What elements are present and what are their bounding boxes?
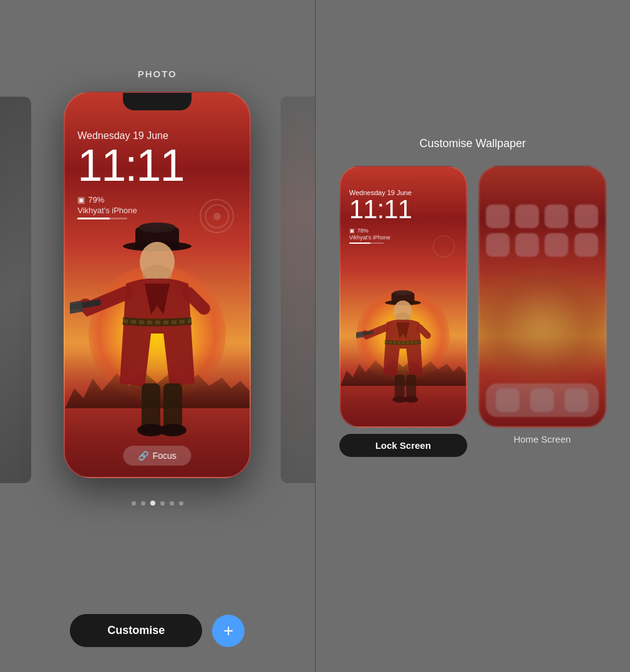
add-button[interactable]: + [212,615,245,647]
focus-label: Focus [153,451,177,461]
lock-screen-label-button[interactable]: Lock Screen [339,434,467,457]
phone-time: 11:11 [77,143,237,188]
lock-screen-card: Wednesday 19 June 11:11 ▣ 78% Vikhyat's … [339,166,467,457]
right-panel: Customise Wallpaper Wednesday 19 June 11… [316,0,631,672]
battery-percent: 79% [88,195,104,204]
customise-wallpaper-title: Customise Wallpaper [420,137,526,150]
plus-icon: + [223,621,233,641]
dock-icon-3 [565,388,588,412]
svg-point-10 [159,424,187,436]
dot-5[interactable] [170,501,174,506]
wallpaper-options: Wednesday 19 June 11:11 ▣ 78% Vikhyat's … [339,166,606,457]
phone-date: Wednesday 19 June [77,130,237,142]
lock-mini-battery-bar [349,242,384,244]
dot-2[interactable] [141,501,145,506]
lock-mini-time: 11:11 [349,196,457,223]
dock-icon-2 [530,388,554,412]
customise-button[interactable]: Customise [70,614,202,647]
left-side-preview [0,97,31,483]
svg-point-13 [393,290,413,295]
pagination-dots [132,489,183,506]
dock-icon-1 [496,388,520,412]
app-icon-1 [486,204,510,228]
right-side-preview [281,97,315,483]
focus-button[interactable]: 🔗 Focus [124,446,191,466]
lock-atmosphere [341,352,466,426]
app-icon-8 [574,233,598,257]
app-icon-2 [515,204,539,228]
section-label: PHOTO [138,69,177,79]
home-dock [486,383,599,417]
phone-mockup: Wednesday 19 June 11:11 ▣ 79% Vikhyat's … [64,92,251,478]
app-icon-7 [545,233,568,257]
dot-3-active[interactable] [150,501,155,506]
svg-rect-6 [70,300,84,315]
dots-row [132,501,183,506]
cowboy-illustration [70,209,245,446]
lock-phone-mockup[interactable]: Wednesday 19 June 11:11 ▣ 78% Vikhyat's … [339,166,467,428]
lock-mini-battery-row: ▣ 78% [349,228,457,234]
app-icon-3 [545,204,568,228]
dot-6[interactable] [179,501,183,506]
link-icon: 🔗 [138,451,149,461]
home-screen-label: Home Screen [513,434,571,444]
svg-point-2 [138,223,176,233]
home-screen-card: Home Screen [478,166,606,444]
battery-icon: ▣ [77,195,85,204]
home-wallpaper-blur [480,264,605,389]
phone-notch [123,93,191,110]
bottom-controls: Customise + [70,614,245,647]
svg-rect-17 [356,331,364,338]
dot-4[interactable] [160,501,165,506]
app-icon-5 [486,233,510,257]
home-apps-grid [486,204,599,257]
dot-1[interactable] [132,501,136,506]
lock-mini-battery-fill [349,242,371,244]
lock-target-decoration [433,236,455,257]
left-panel: PHOTO Wednesday 19 June 11:11 ▣ 79% Vikh… [0,0,315,672]
home-phone-mockup[interactable] [478,166,606,428]
app-icon-4 [574,204,598,228]
app-icon-6 [515,233,539,257]
lock-battery-percent: 78% [357,228,369,234]
lock-battery-icon: ▣ [349,228,355,234]
